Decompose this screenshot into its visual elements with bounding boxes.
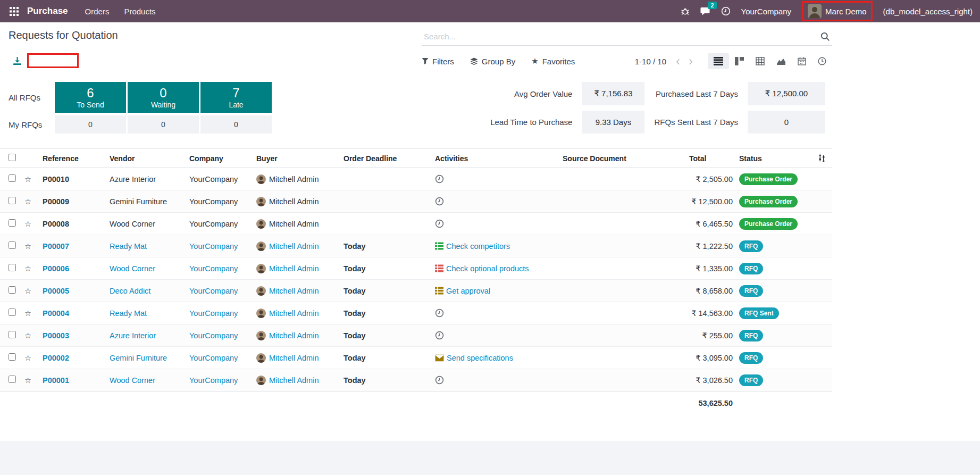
column-header-source-document[interactable]: Source Document [559, 149, 686, 168]
source-document-cell[interactable] [559, 280, 686, 302]
table-row[interactable]: ☆ P00004 Ready Mat YourCompany [0, 302, 832, 324]
order-deadline-cell[interactable]: Today [340, 302, 432, 324]
company-cell[interactable]: YourCompany [186, 369, 253, 391]
source-document-cell[interactable] [559, 369, 686, 391]
pager-previous-icon[interactable]: ‹ [673, 56, 683, 66]
row-checkbox[interactable] [9, 197, 16, 204]
activity-list-icon[interactable] [435, 242, 443, 250]
graph-view-button[interactable] [770, 53, 792, 69]
kpi-box[interactable]: 0 Waiting [128, 82, 199, 113]
activity-clock-icon[interactable] [435, 197, 444, 206]
vendor-cell[interactable]: Gemini Furniture [106, 190, 186, 213]
total-cell[interactable]: ₹ 3,026.50 [686, 369, 736, 391]
column-header-order-deadline[interactable]: Order Deadline [340, 149, 432, 168]
apps-menu-icon[interactable] [7, 5, 21, 18]
total-cell[interactable]: ₹ 14,563.00 [686, 302, 736, 324]
order-deadline-cell[interactable]: Today [340, 347, 432, 369]
total-cell[interactable]: ₹ 6,465.50 [686, 213, 736, 235]
table-row[interactable]: ☆ P00003 Azure Interior YourCompany [0, 324, 832, 347]
reference-cell[interactable]: P00007 [39, 235, 106, 257]
order-deadline-cell[interactable]: Today [340, 280, 432, 302]
favorite-star-icon[interactable]: ☆ [21, 190, 39, 213]
buyer-cell[interactable]: Mitchell Admin [253, 235, 340, 257]
row-checkbox[interactable] [9, 219, 16, 227]
activities-cell[interactable] [432, 190, 559, 213]
vendor-cell[interactable]: Ready Mat [106, 302, 186, 324]
source-document-cell[interactable] [559, 168, 686, 190]
activities-cell[interactable]: Get approval [432, 280, 559, 302]
column-header-total[interactable]: Total [686, 149, 736, 168]
kpi-box[interactable]: 6 To Send [55, 82, 126, 113]
activities-cell[interactable] [432, 302, 559, 324]
activity-label[interactable]: Check optional products [446, 264, 529, 273]
activity-label[interactable]: Get approval [446, 287, 490, 295]
app-name[interactable]: Purchase [27, 6, 68, 16]
row-checkbox[interactable] [9, 286, 16, 294]
favorite-star-icon[interactable]: ☆ [21, 168, 39, 190]
column-header-status[interactable]: Status [736, 149, 808, 168]
company-cell[interactable]: YourCompany [186, 168, 253, 190]
buyer-cell[interactable]: Mitchell Admin [253, 213, 340, 235]
total-cell[interactable]: ₹ 2,505.00 [686, 168, 736, 190]
kpi-my-value[interactable]: 0 [200, 115, 272, 134]
order-deadline-cell[interactable]: Today [340, 369, 432, 391]
company-cell[interactable]: YourCompany [186, 280, 253, 302]
company-cell[interactable]: YourCompany [186, 235, 253, 257]
column-header-vendor[interactable]: Vendor [106, 149, 186, 168]
vendor-cell[interactable]: Wood Corner [106, 213, 186, 235]
row-checkbox[interactable] [9, 241, 16, 249]
source-document-cell[interactable] [559, 213, 686, 235]
pager-next-icon[interactable]: › [685, 56, 696, 66]
buyer-cell[interactable]: Mitchell Admin [253, 347, 340, 369]
reference-cell[interactable]: P00004 [39, 302, 106, 324]
table-row[interactable]: ☆ P00008 Wood Corner YourCompany [0, 213, 832, 235]
favorite-star-icon[interactable]: ☆ [21, 369, 39, 391]
table-row[interactable]: ☆ P00005 Deco Addict YourCompany [0, 280, 832, 302]
company-switcher[interactable]: YourCompany [741, 7, 792, 16]
messages-icon[interactable]: 2 [700, 6, 710, 16]
source-document-cell[interactable] [559, 347, 686, 369]
buyer-cell[interactable]: Mitchell Admin [253, 369, 340, 391]
row-checkbox[interactable] [9, 174, 16, 182]
export-download-icon[interactable] [13, 56, 22, 65]
kanban-view-button[interactable] [729, 53, 750, 69]
company-cell[interactable]: YourCompany [186, 324, 253, 347]
activities-cell[interactable] [432, 324, 559, 347]
reference-cell[interactable]: P00009 [39, 190, 106, 213]
buyer-cell[interactable]: Mitchell Admin [253, 190, 340, 213]
pivot-view-button[interactable] [750, 53, 770, 69]
activities-clock-icon[interactable] [721, 6, 731, 16]
company-cell[interactable]: YourCompany [186, 213, 253, 235]
activity-envelope-icon[interactable] [435, 354, 444, 362]
activity-clock-icon[interactable] [435, 376, 444, 385]
select-all-checkbox[interactable] [9, 154, 16, 161]
reference-cell[interactable]: P00003 [39, 324, 106, 347]
column-header-company[interactable]: Company [186, 149, 253, 168]
list-view-button[interactable] [708, 53, 729, 69]
search-input[interactable]: Search... [422, 28, 832, 46]
favorite-star-icon[interactable]: ☆ [21, 302, 39, 324]
topbar-menu-item[interactable]: Products [116, 7, 163, 16]
column-header-buyer[interactable]: Buyer [253, 149, 340, 168]
activity-list-icon[interactable] [435, 287, 443, 295]
group-by-button[interactable]: Group By [470, 57, 515, 66]
activities-cell[interactable]: Check competitors [432, 235, 559, 257]
vendor-cell[interactable]: Ready Mat [106, 235, 186, 257]
kpi-box[interactable]: 7 Late [200, 82, 272, 113]
table-row[interactable]: ☆ P00006 Wood Corner YourCompany [0, 257, 832, 280]
company-cell[interactable]: YourCompany [186, 347, 253, 369]
source-document-cell[interactable] [559, 257, 686, 280]
buyer-cell[interactable]: Mitchell Admin [253, 324, 340, 347]
favorite-star-icon[interactable]: ☆ [21, 213, 39, 235]
search-icon[interactable] [820, 32, 830, 41]
user-menu-annotated[interactable]: Marc Demo [802, 1, 873, 21]
topbar-menu-item[interactable]: Orders [78, 7, 117, 16]
favorite-star-icon[interactable]: ☆ [21, 280, 39, 302]
reference-cell[interactable]: P00002 [39, 347, 106, 369]
column-header-activities[interactable]: Activities [432, 149, 559, 168]
vendor-cell[interactable]: Azure Interior [106, 168, 186, 190]
order-deadline-cell[interactable] [340, 190, 432, 213]
kpi-my-value[interactable]: 0 [128, 115, 199, 134]
total-cell[interactable]: ₹ 12,500.00 [686, 190, 736, 213]
reference-cell[interactable]: P00008 [39, 213, 106, 235]
